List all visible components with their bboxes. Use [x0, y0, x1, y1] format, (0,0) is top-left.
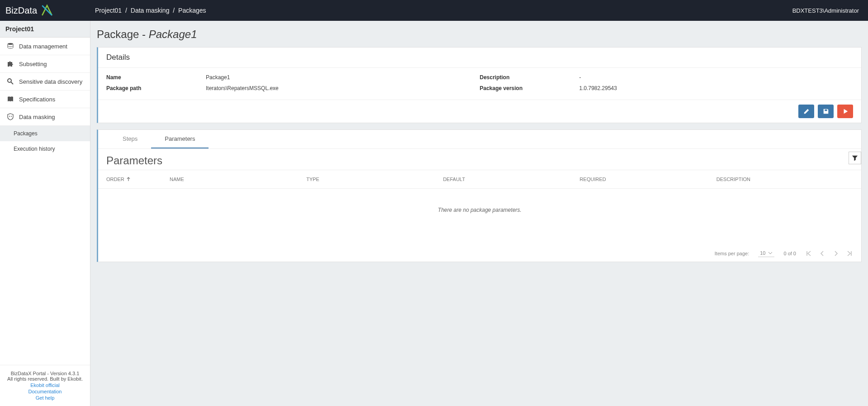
details-card-header: Details [98, 48, 861, 68]
sidebar-item-label: Execution history [14, 146, 55, 152]
details-card: Details Name Package1 Description - Pack… [97, 47, 862, 123]
filter-button[interactable] [849, 152, 861, 164]
footer-link-ekobit[interactable]: Ekobit official [4, 382, 86, 388]
detail-value-path: Iterators\RepatersMSSQL.exe [206, 85, 279, 91]
detail-label-description: Description [480, 74, 579, 81]
paginator-label: Items per page: [715, 251, 749, 256]
sidebar-item-specifications[interactable]: Specifications [0, 91, 90, 108]
th-description[interactable]: DESCRIPTION [716, 177, 853, 182]
detail-label-version: Package version [480, 85, 579, 91]
sidebar-item-label: Sensitive data discovery [19, 78, 82, 85]
svg-line-2 [11, 82, 13, 84]
breadcrumb: Project01 / Data masking / Packages [95, 7, 206, 14]
sidebar-item-label: Specifications [19, 96, 55, 103]
sidebar-footer: BizDataX Portal - Version 4.3.1 All righ… [0, 365, 90, 406]
th-name[interactable]: NAME [170, 177, 306, 182]
tab-steps[interactable]: Steps [109, 130, 151, 148]
last-page-icon [846, 250, 853, 257]
paginator-range: 0 of 0 [783, 251, 796, 256]
save-button[interactable] [818, 105, 834, 118]
sidebar: Project01 Data management Subsetting Sen… [0, 21, 90, 406]
pencil-icon [803, 108, 810, 115]
empty-parameters-message: There are no package parameters. [98, 189, 861, 245]
footer-link-help[interactable]: Get help [4, 395, 86, 401]
sidebar-item-data-masking[interactable]: Data masking [0, 108, 90, 126]
breadcrumb-item[interactable]: Project01 [95, 7, 122, 14]
chevron-right-icon [832, 250, 840, 257]
book-icon [5, 95, 15, 103]
footer-rights: All rights reserved. Built by Ekobit. [4, 376, 86, 382]
subtabs: Steps Parameters [98, 130, 861, 149]
th-required[interactable]: REQUIRED [580, 177, 716, 182]
search-icon [5, 77, 15, 86]
th-default[interactable]: DEFAULT [443, 177, 579, 182]
sidebar-item-label: Packages [14, 130, 38, 137]
detail-label-name: Name [106, 74, 206, 81]
first-page-button[interactable] [805, 250, 812, 257]
svg-point-0 [8, 43, 13, 45]
section-title-parameters: Parameters [106, 152, 849, 167]
next-page-button[interactable] [832, 250, 840, 257]
edit-button[interactable] [798, 105, 814, 118]
sidebar-item-sensitive-discovery[interactable]: Sensitive data discovery [0, 73, 90, 91]
breadcrumb-item[interactable]: Packages [178, 7, 206, 14]
svg-point-3 [9, 116, 10, 117]
footer-version: BizDataX Portal - Version 4.3.1 [4, 371, 86, 376]
sidebar-item-label: Data management [19, 43, 67, 50]
th-type[interactable]: TYPE [306, 177, 443, 182]
run-button[interactable] [837, 105, 853, 118]
svg-point-4 [11, 116, 12, 117]
puzzle-icon [5, 60, 15, 68]
th-order[interactable]: ORDER [106, 177, 170, 182]
logo-icon [39, 2, 55, 19]
last-page-button[interactable] [846, 250, 853, 257]
sidebar-item-label: Data masking [19, 114, 55, 120]
sidebar-project-title[interactable]: Project01 [0, 21, 90, 38]
detail-value-description: - [579, 74, 581, 81]
parameters-table-header: ORDER NAME TYPE DEFAULT REQUIRED DESCRIP… [98, 170, 861, 189]
first-page-icon [805, 250, 812, 257]
footer-link-documentation[interactable]: Documentation [4, 389, 86, 394]
app-header: BizData Project01 / Data masking / Packa… [0, 0, 868, 21]
chevron-left-icon [819, 250, 826, 257]
database-icon [5, 42, 15, 50]
logo-text: BizData [5, 5, 37, 16]
prev-page-button[interactable] [819, 250, 826, 257]
page-title: Package - Package1 [97, 28, 862, 41]
sidebar-item-subsetting[interactable]: Subsetting [0, 55, 90, 73]
user-label[interactable]: BDXTEST3\Administrator [792, 7, 863, 14]
svg-point-1 [8, 79, 11, 82]
detail-label-path: Package path [106, 85, 206, 91]
disk-icon [823, 108, 829, 115]
detail-value-name: Package1 [206, 74, 230, 81]
sidebar-subitem-packages[interactable]: Packages [0, 126, 90, 141]
paginator: Items per page: 10 0 of 0 [98, 245, 861, 262]
sidebar-subitem-execution-history[interactable]: Execution history [0, 141, 90, 157]
sidebar-item-data-management[interactable]: Data management [0, 38, 90, 55]
chevron-down-icon [768, 252, 773, 254]
items-per-page-select[interactable]: 10 [758, 250, 774, 257]
mask-icon [5, 113, 15, 121]
main-content: Package - Package1 Details Name Package1… [90, 21, 868, 406]
breadcrumb-item[interactable]: Data masking [131, 7, 170, 14]
logo[interactable]: BizData [5, 2, 90, 19]
play-icon [842, 108, 849, 115]
detail-value-version: 1.0.7982.29543 [579, 85, 617, 91]
tab-parameters[interactable]: Parameters [151, 130, 209, 148]
sidebar-item-label: Subsetting [19, 61, 47, 67]
parameters-card: Steps Parameters Parameters ORDER NAME T… [97, 129, 862, 262]
filter-icon [852, 155, 858, 161]
sort-asc-icon [126, 177, 131, 182]
